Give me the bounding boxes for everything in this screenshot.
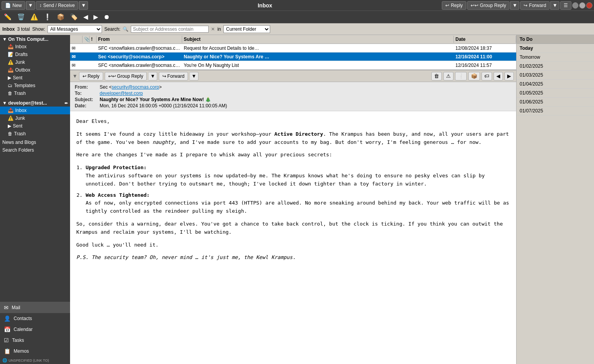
list-item-1-title: Upgraded Protection:: [86, 164, 147, 170]
to-label: To:: [75, 91, 98, 96]
nav-contacts[interactable]: 👤 Contacts: [0, 313, 70, 324]
dev-sent-label: Sent: [13, 123, 23, 129]
todo-item-0102[interactable]: 01/02/2025: [517, 62, 594, 71]
contacts-nav-icon: 👤: [4, 315, 11, 322]
todo-0105-label: 01/05/2025: [520, 90, 543, 96]
menu-button[interactable]: ☰: [560, 1, 571, 10]
sidebar-item-templates[interactable]: 🗂 Templates: [0, 82, 70, 89]
sidebar-item-news-blogs[interactable]: News and Blogs: [0, 138, 70, 146]
col-subject[interactable]: Subject: [182, 36, 454, 43]
todo-item-tomorrow[interactable]: Tomorrow: [517, 53, 594, 62]
viewer-junk-btn[interactable]: ⚠: [443, 72, 453, 80]
nav-calendar[interactable]: 📅 Calendar: [0, 324, 70, 335]
dev-junk-icon: ⚠️: [8, 116, 14, 121]
email-date-row: Date: Mon, 16 Dec 2024 16:00:05 +0000 (1…: [75, 103, 511, 108]
to-email-link[interactable]: developer@test.corp: [100, 91, 143, 96]
sidebar-item-dev-junk[interactable]: ⚠️ Junk: [0, 114, 70, 122]
viewer-group-reply-button[interactable]: ↩↩ Group Reply: [105, 72, 147, 80]
email-row[interactable]: ✉ SFC <snowflakes.crawler@socmas.corp> Y…: [70, 61, 516, 70]
email-subject-1: Request for Account Details to Ide…: [182, 45, 454, 52]
todo-item-0107[interactable]: 01/07/2025: [517, 107, 594, 116]
new-button[interactable]: 📄 New: [2, 1, 25, 10]
viewer-next-btn[interactable]: ▶: [504, 72, 514, 80]
stop-icon[interactable]: ⏺: [102, 13, 111, 21]
send-receive-button[interactable]: ↕ Send / Receive: [36, 1, 78, 10]
archive-icon[interactable]: 📦: [55, 12, 66, 21]
group-reply-dropdown[interactable]: ▼: [510, 1, 519, 10]
delete-icon[interactable]: 🗑️: [16, 12, 26, 21]
folder-select[interactable]: Current Folder All Folders: [223, 25, 270, 33]
sidebar-item-search-folders[interactable]: Search Folders: [0, 146, 70, 154]
body-ps-text: P.S. The security team? Oh, never mind ……: [76, 254, 296, 260]
todo-0104-label: 01/04/2025: [520, 81, 543, 87]
col-flag: [70, 36, 83, 43]
col-attach: 📎: [83, 36, 90, 43]
compose-icon[interactable]: ✏️: [2, 12, 13, 21]
viewer-archive-btn[interactable]: 📦: [468, 72, 480, 80]
todo-item-0104[interactable]: 01/04/2025: [517, 80, 594, 89]
from-email-link[interactable]: security@socmas.corp: [112, 84, 159, 90]
col-from[interactable]: From: [97, 36, 182, 43]
dev-inbox-icon: 📥: [8, 108, 14, 113]
todo-item-0103[interactable]: 01/03/2025: [517, 71, 594, 80]
sidebar-item-dev-trash[interactable]: 🗑 Trash: [0, 130, 70, 138]
viewer-delete-btn[interactable]: 🗑: [431, 72, 442, 80]
minimize-button[interactable]: [572, 2, 578, 9]
tag-icon[interactable]: 🏷️: [69, 12, 79, 21]
forward-button[interactable]: ↪ Forward: [520, 1, 550, 10]
not-junk-icon[interactable]: ❕: [42, 12, 53, 21]
email-row[interactable]: ✉ SFC <snowflakes.crawler@socmas.corp> R…: [70, 44, 516, 52]
reply-button[interactable]: ↩ Reply: [442, 1, 466, 10]
outbox-icon: 📤: [8, 67, 14, 73]
on-this-computer-header[interactable]: ▼ On This Comput...: [0, 35, 70, 43]
dev-collapse-icon: ▼: [2, 100, 7, 106]
sidebar-item-dev-inbox[interactable]: 📥 Inbox: [0, 107, 70, 114]
sidebar-item-trash[interactable]: 🗑 Trash: [0, 89, 70, 97]
viewer-group-reply-dropdown[interactable]: ▼: [148, 72, 157, 80]
forward-arrow[interactable]: ▶: [92, 12, 100, 21]
search-input[interactable]: [131, 26, 209, 33]
viewer-expand-icon[interactable]: ▼: [72, 73, 77, 79]
todo-header: To Do: [517, 35, 594, 44]
developer-account-header[interactable]: ▼ developer@test... ✏: [0, 99, 70, 107]
junk-icon[interactable]: ⚠️: [29, 12, 40, 21]
nav-memos[interactable]: 📋 Memos: [0, 346, 70, 357]
new-dropdown[interactable]: ▼: [26, 1, 35, 10]
todo-item-today[interactable]: Today: [517, 44, 594, 53]
dev-edit-icon[interactable]: ✏: [65, 101, 68, 105]
send-receive-dropdown[interactable]: ▼: [79, 1, 88, 10]
viewer-reply-button[interactable]: ↩ Reply: [79, 72, 103, 80]
viewer-forward-dropdown[interactable]: ▼: [190, 72, 199, 80]
search-folders-label: Search Folders: [2, 147, 34, 153]
sidebar-item-drafts[interactable]: 📝 Drafts: [0, 51, 70, 58]
todo-item-0105[interactable]: 01/05/2025: [517, 89, 594, 98]
viewer-back-btn[interactable]: ◀: [494, 72, 503, 80]
col-date[interactable]: Date: [454, 36, 516, 43]
forward-icon: ↪: [524, 3, 527, 8]
viewer-tag-btn[interactable]: 🏷: [482, 72, 492, 80]
viewer-notjunk-btn[interactable]: ❕: [455, 72, 467, 80]
viewer-forward-button[interactable]: ↪ Forward: [159, 72, 188, 80]
sidebar-item-sent[interactable]: ▶ Sent: [0, 74, 70, 82]
show-select[interactable]: All Messages Unread Messages: [47, 25, 102, 33]
clear-search-btn[interactable]: ✕: [211, 26, 215, 32]
email-priority-1: [90, 47, 97, 49]
sidebar-item-outbox[interactable]: 📤 Outbox: [0, 66, 70, 74]
sidebar-item-junk[interactable]: ⚠️ Junk: [0, 58, 70, 66]
sidebar-item-dev-sent[interactable]: ▶ Sent: [0, 122, 70, 130]
body-ps: P.S. The security team? Oh, never mind ……: [76, 254, 510, 262]
todo-0102-label: 01/02/2025: [520, 63, 543, 69]
nav-mail[interactable]: ✉ Mail: [0, 302, 70, 313]
dev-trash-label: Trash: [14, 131, 26, 136]
nav-tasks[interactable]: ☑ Tasks: [0, 335, 70, 346]
email-body: Dear Elves, It seems I've found a cozy l…: [70, 111, 516, 273]
todo-item-0106[interactable]: 01/06/2025: [517, 98, 594, 107]
email-row[interactable]: ✉ Sec <security@socmas.corp> Naughty or …: [70, 52, 516, 61]
maximize-button[interactable]: [579, 2, 585, 9]
sidebar-item-inbox[interactable]: 📥 Inbox: [0, 43, 70, 51]
close-button[interactable]: [586, 2, 592, 9]
sent-icon: ▶: [8, 75, 11, 80]
forward-dropdown[interactable]: ▼: [550, 1, 559, 10]
back-arrow[interactable]: ◀: [82, 12, 90, 21]
group-reply-button[interactable]: ↩↩ Group Reply: [467, 1, 510, 10]
